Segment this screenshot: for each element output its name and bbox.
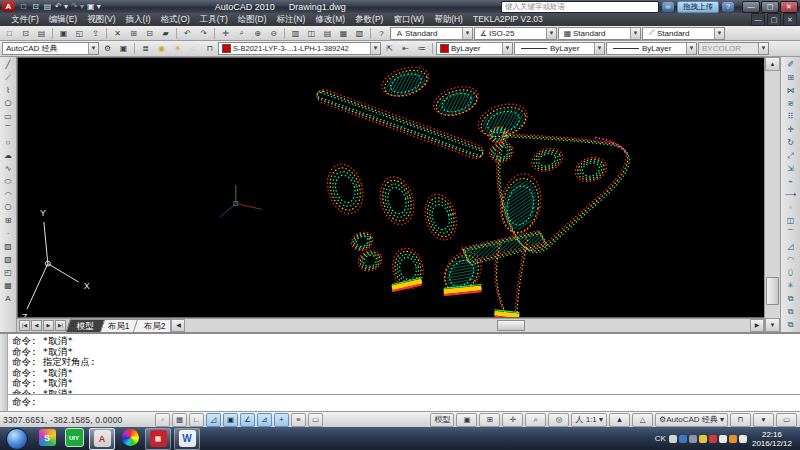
menu-item[interactable]: 帮助(H) [429,13,468,26]
copy-icon[interactable]: ⊞ [126,26,141,40]
scroll-right-icon[interactable]: ▶ [750,319,764,332]
qat-open-icon[interactable]: ⊡ [31,2,40,11]
mirror-icon[interactable]: ⋈ [784,84,797,97]
region-icon[interactable]: ◰ [2,266,15,279]
clean-screen-icon[interactable]: ▭ [776,413,797,427]
layer-on-bulb-icon[interactable]: ◉ [154,42,169,56]
uiy-app[interactable]: UIY [62,428,86,448]
workspace-switch-button[interactable]: ⚙ AutoCAD 经典 ▾ [655,413,728,427]
scroll-down-icon[interactable]: ▼ [765,318,780,332]
tab-model[interactable]: 模型 [66,319,105,332]
stretch-icon[interactable]: ⇲ [784,162,797,175]
menu-item[interactable]: 格式(O) [156,13,195,26]
help-icon[interactable]: ? [374,26,389,40]
markup-icon[interactable]: ▧ [352,26,367,40]
arc-icon[interactable]: ⌒ [2,123,15,136]
doc-close-icon[interactable]: ✕ [783,13,797,26]
gradient-icon[interactable]: ▧ [2,253,15,266]
drag-upload-button[interactable]: 拖拽上传 [677,1,719,13]
move-icon[interactable]: ✛ [784,123,797,136]
table-icon[interactable]: ▦ [2,279,15,292]
snap-toggle[interactable]: ▫ [155,413,170,427]
layer-previous-icon[interactable]: ⇤ [398,42,413,56]
pinwheel-app[interactable] [118,428,142,448]
cut-icon[interactable]: ✕ [110,26,125,40]
doc-restore-icon[interactable]: ▢ [767,13,781,26]
help-tray-icon[interactable] [679,435,687,443]
workspace-combo[interactable]: AutoCAD 经典▼ [2,42,99,55]
draw-order-icon[interactable]: ⧉ [784,318,797,331]
mleader-style-combo[interactable]: ⟋Standard▼ [642,27,725,40]
vscroll-thumb[interactable] [766,277,779,305]
annotation-visibility-icon[interactable]: ▲ [609,413,630,427]
blend-icon[interactable]: ⬯ [784,266,797,279]
toolbar-lock-icon[interactable]: ⊓ [730,413,751,427]
line-icon[interactable]: ╱ [2,58,15,71]
match-properties-icon[interactable]: ▰ [158,26,173,40]
expand-tray-icon[interactable] [689,435,697,443]
ellipse-icon[interactable]: ⬭ [2,175,15,188]
pan-tool-icon[interactable]: ✛ [502,413,523,427]
quick-view-drawings-icon[interactable]: ⊞ [479,413,500,427]
qp-toggle[interactable]: ▭ [308,413,323,427]
close-button[interactable]: ✕ [780,1,798,13]
ducs-toggle[interactable]: ⊿ [257,413,272,427]
update-tray-icon[interactable] [729,435,737,443]
polygon-icon[interactable]: ⬠ [2,97,15,110]
menu-item[interactable]: 标注(N) [272,13,311,26]
hscroll-thumb[interactable] [497,320,525,331]
communication-center-icon[interactable]: ∞ [662,2,674,12]
layer-properties-icon[interactable]: ≣ [138,42,153,56]
redo-icon[interactable]: ↷ [196,26,211,40]
input-method-indicator[interactable]: CK [655,434,666,443]
minimize-button[interactable]: — [742,1,760,13]
volume-tray-icon[interactable] [739,435,747,443]
mline-icon[interactable]: ⌇ [2,84,15,97]
prev-tab-icon[interactable]: ◀ [31,320,42,331]
break-point-icon[interactable]: ◦ [784,201,797,214]
draw-order-icon[interactable]: ⧉ [784,305,797,318]
sogou-app[interactable]: S [35,428,59,448]
insert-block-icon[interactable]: ⎔ [2,201,15,214]
qat-save-icon[interactable]: ▤ [43,2,52,11]
infocenter-search-input[interactable]: 键入关键字或短语 [501,1,659,13]
osnap-toggle[interactable]: ▣ [223,413,238,427]
qat-new-icon[interactable]: □ [19,2,28,11]
draw-order-icon[interactable]: ⧉ [784,292,797,305]
polar-toggle[interactable]: ◿ [206,413,221,427]
menu-item[interactable]: 视图(V) [82,13,120,26]
menu-item[interactable]: 文件(F) [6,13,44,26]
paste-icon[interactable]: ⊟ [142,26,157,40]
keyboard-tray-icon[interactable] [669,435,677,443]
drawing-canvas[interactable]: Y X Z [17,57,764,318]
spline-icon[interactable]: ∿ [2,162,15,175]
ellipse-arc-icon[interactable]: ◠ [2,188,15,201]
zoom-tool-icon[interactable]: ⌕ [525,413,546,427]
table-style-combo[interactable]: ▦Standard▼ [558,27,641,40]
make-block-icon[interactable]: ⊞ [2,214,15,227]
designcenter-icon[interactable]: ◫ [304,26,319,40]
point-icon[interactable]: · [2,227,15,240]
workspace-save-icon[interactable]: ▣ [116,42,131,56]
zoom-window-icon[interactable]: ⊕ [250,26,265,40]
menu-item[interactable]: TEKLA2PIP V2.03 [468,13,548,26]
coin-tray-icon[interactable] [699,435,707,443]
statusbar-menu-icon[interactable]: ▾ [753,413,774,427]
menu-item[interactable]: 编辑(E) [44,13,82,26]
copy-icon[interactable]: ⊞ [784,71,797,84]
doc-minimize-icon[interactable]: — [751,13,765,26]
autocad-app[interactable]: A [89,428,115,450]
tool-palettes-icon[interactable]: ▤ [320,26,335,40]
hatch-icon[interactable]: ▨ [2,240,15,253]
menu-item[interactable]: 绘图(D) [233,13,272,26]
trim-icon[interactable]: ⌁ [784,175,797,188]
vertical-scrollbar[interactable]: ▲ ▼ [764,57,780,332]
annotation-scale-button[interactable]: 人 1:1 ▾ [571,413,607,427]
last-tab-icon[interactable]: ▶| [55,320,66,331]
undo-icon[interactable]: ↶ [180,26,195,40]
layer-combo[interactable]: S-B2021-LYF-3-...1-LPH-1-389242 ▼ [218,42,381,55]
otrack-toggle[interactable]: ∠ [240,413,255,427]
start-button[interactable] [6,428,28,450]
rotate-icon[interactable]: ↻ [784,136,797,149]
horizontal-scrollbar[interactable]: ◀ ▶ [170,319,764,332]
